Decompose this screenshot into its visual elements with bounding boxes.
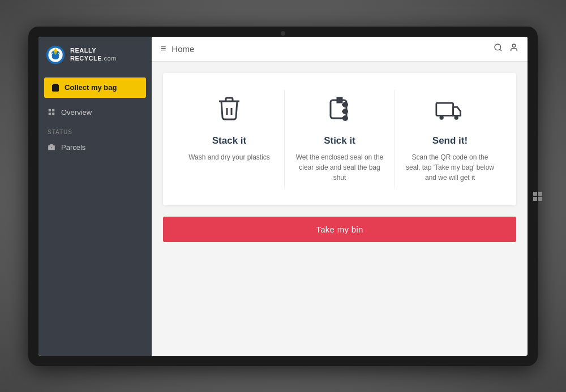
share-icon [326,96,353,128]
overview-label: Overview [61,108,92,117]
svg-rect-29 [533,197,537,201]
svg-rect-7 [49,113,51,115]
steps-card: Stack it Wash and dry your plastics [163,73,516,205]
overview-icon [48,108,55,116]
truck-icon [435,96,465,128]
sidebar: REALLY RECYCLE.com Collect my bag [38,37,152,356]
status-label: STATUS [38,122,152,137]
step-send-it: Send it! Scan the QR code on the seal, t… [395,90,505,188]
stick-it-title: Stick it [324,135,355,147]
stack-it-title: Stack it [212,135,246,147]
parcels-icon [48,143,55,151]
bag-icon [51,83,60,92]
stack-it-desc: Wash and dry your plastics [188,152,270,162]
svg-point-26 [454,115,458,119]
action-area: Take my bin [152,217,528,253]
sidebar-item-overview[interactable]: Overview [38,102,152,122]
svg-rect-24 [436,103,453,115]
tablet-screen: REALLY RECYCLE.com Collect my bag [38,37,528,356]
svg-rect-8 [52,113,54,115]
step-stack-it: Stack it Wash and dry your plastics [174,90,285,188]
logo-line2: RECYCLE [70,55,102,62]
parcels-label: Parcels [61,143,85,152]
hamburger-icon[interactable]: ≡ [161,44,166,54]
topbar: ≡ Home [152,37,528,62]
logo-line1: REALLY [70,47,96,54]
step-stick-it: Stick it Wet the enclosed seal on the cl… [285,90,395,188]
take-bin-button[interactable]: Take my bin [163,217,516,242]
svg-line-13 [500,49,501,51]
search-icon[interactable] [494,43,503,54]
stick-it-desc: Wet the enclosed seal on the clear side … [294,152,385,183]
windows-button[interactable] [530,188,546,204]
svg-rect-30 [538,197,542,201]
topbar-actions [494,43,518,54]
logo-com: .com [102,55,117,62]
sidebar-logo: REALLY RECYCLE.com [38,37,152,73]
user-icon[interactable] [509,43,518,54]
collect-bag-label: Collect my bag [65,83,117,92]
send-it-desc: Scan the QR code on the seal, tap 'Take … [404,152,496,183]
svg-rect-27 [533,192,537,196]
logo-icon [45,45,66,65]
send-it-title: Send it! [432,135,468,147]
tablet-frame: REALLY RECYCLE.com Collect my bag [28,27,538,366]
svg-point-12 [495,44,501,50]
svg-rect-6 [52,109,54,111]
logo-text-block: REALLY RECYCLE.com [70,47,117,62]
trash-icon [216,96,243,128]
svg-rect-5 [49,109,51,111]
svg-point-14 [512,44,515,47]
svg-rect-28 [538,192,542,196]
sidebar-item-parcels[interactable]: Parcels [38,137,152,157]
main-content: ≡ Home [152,37,528,356]
svg-point-25 [439,115,443,119]
page-title: Home [171,44,488,54]
collect-bag-button[interactable]: Collect my bag [44,77,146,98]
